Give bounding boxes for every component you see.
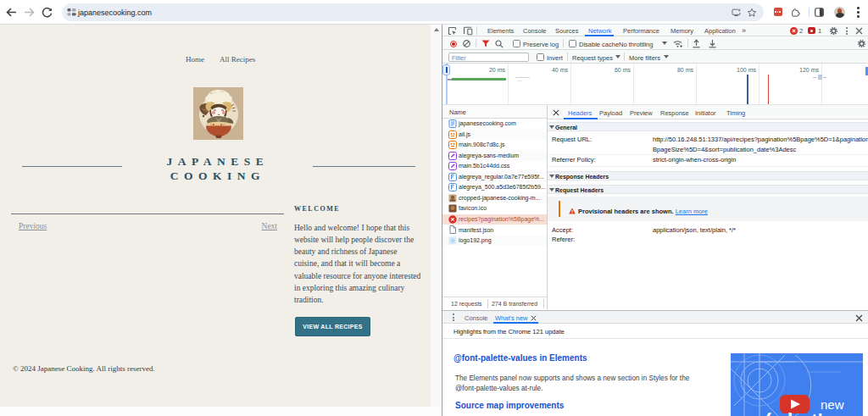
svg-text:(what's: (what's: [765, 409, 834, 416]
